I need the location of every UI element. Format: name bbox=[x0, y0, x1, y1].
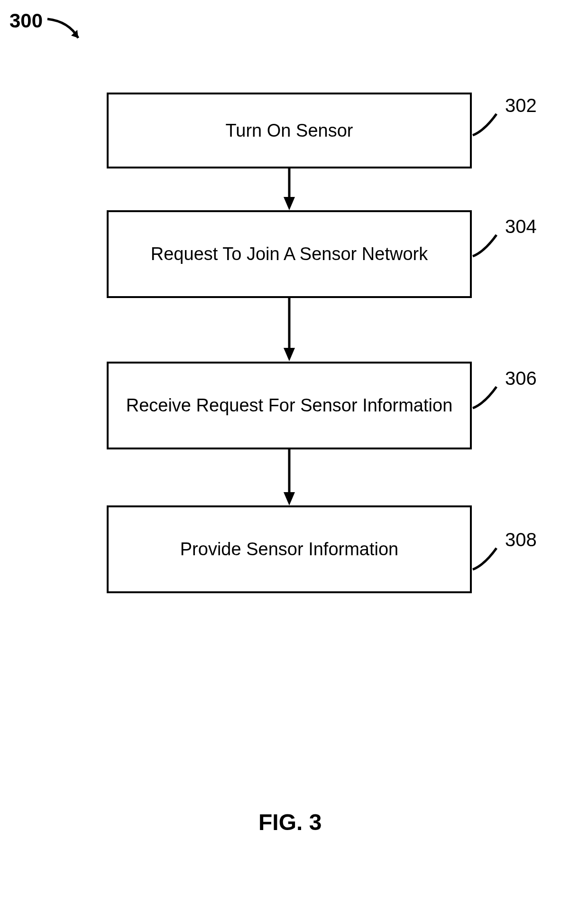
figure-caption: FIG. 3 bbox=[258, 809, 322, 835]
arrow-1-2 bbox=[282, 168, 296, 211]
svg-marker-2 bbox=[284, 197, 295, 210]
ref-label-4: 308 bbox=[505, 529, 537, 551]
ref-label-3: 306 bbox=[505, 368, 537, 389]
figure-number-label: 300 bbox=[9, 9, 43, 32]
figure-number-arrow bbox=[45, 12, 92, 50]
ref-label-2: 304 bbox=[505, 216, 537, 237]
ref-label-1: 302 bbox=[505, 95, 537, 116]
arrow-3-4 bbox=[282, 449, 296, 506]
svg-marker-6 bbox=[284, 492, 295, 505]
flow-step-2: Request To Join A Sensor Network bbox=[107, 210, 472, 298]
flow-step-1-label: Turn On Sensor bbox=[226, 121, 353, 141]
ref-leader-4 bbox=[470, 546, 504, 572]
arrow-2-3 bbox=[282, 298, 296, 362]
svg-marker-4 bbox=[284, 348, 295, 361]
flow-step-3-label: Receive Request For Sensor Information bbox=[126, 395, 453, 416]
flow-step-2-label: Request To Join A Sensor Network bbox=[151, 244, 428, 264]
ref-leader-3 bbox=[470, 384, 504, 411]
ref-leader-2 bbox=[470, 233, 504, 259]
flow-step-3: Receive Request For Sensor Information bbox=[107, 362, 472, 449]
flow-step-1: Turn On Sensor bbox=[107, 93, 472, 168]
flow-step-4: Provide Sensor Information bbox=[107, 505, 472, 593]
flow-step-4-label: Provide Sensor Information bbox=[180, 539, 398, 560]
ref-leader-1 bbox=[470, 112, 504, 138]
